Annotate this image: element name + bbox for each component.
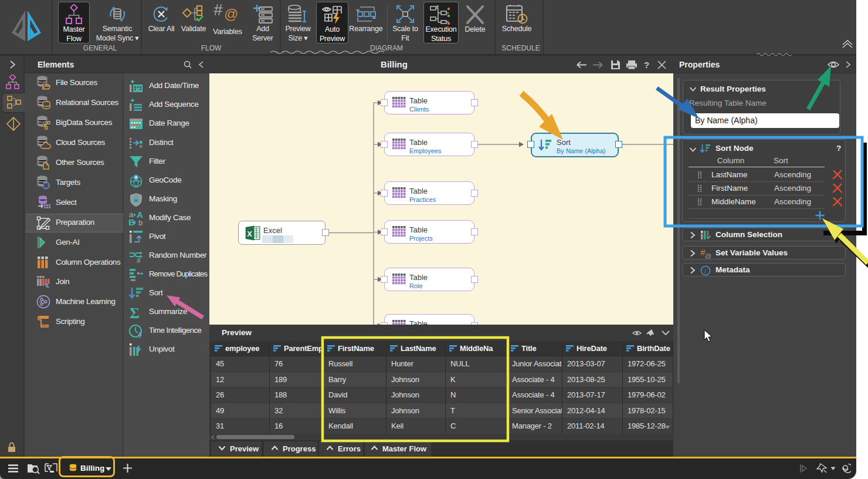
svg-text:#: # [137,257,141,264]
svg-text:i: i [704,267,706,274]
svg-text:@: @ [705,252,711,259]
svg-text:?: ? [644,60,649,70]
svg-text:b: b [138,218,143,226]
svg-text:X: X [247,230,252,238]
svg-text:Σ: Σ [130,305,140,320]
svg-text:B: B [128,217,135,226]
